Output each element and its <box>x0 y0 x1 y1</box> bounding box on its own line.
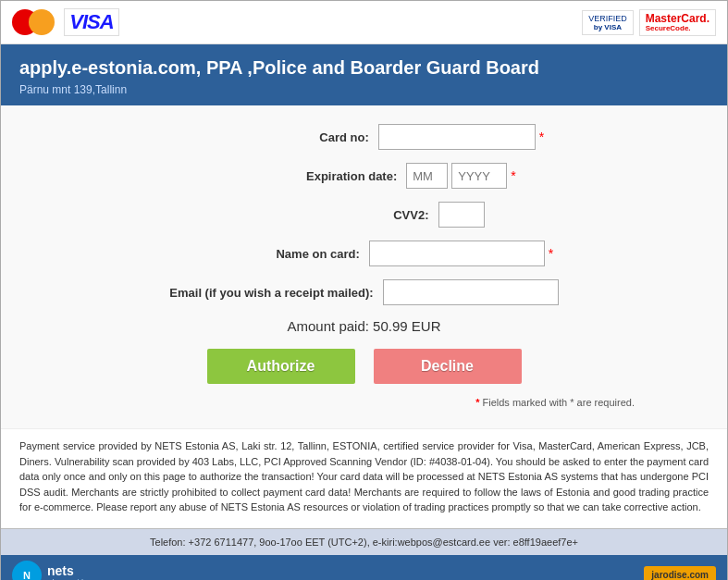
mastercard-securecode-badge: MasterCard. SecureCode. <box>639 9 716 36</box>
banner-title: apply.e-estonia.com, PPA ,Police and Boa… <box>19 56 709 80</box>
required-note: * Fields marked with * are required. <box>38 397 690 408</box>
name-on-card-row: Name on card: * <box>38 241 690 266</box>
mc-circle-yellow <box>29 9 55 35</box>
banner: apply.e-estonia.com, PPA ,Police and Boa… <box>1 44 727 105</box>
expiration-year-input[interactable] <box>451 163 507 189</box>
footer: Telefon: +372 6711477, 9oo-17oo EET (UTC… <box>1 528 727 555</box>
email-input[interactable] <box>383 279 559 305</box>
verified-by-visa-badge: VERIFIED by VISA <box>582 10 634 35</box>
action-buttons: Authorize Decline <box>38 349 690 384</box>
bottom-bar: N nets There with you jarodise.com <box>1 555 727 581</box>
nets-name: nets <box>47 563 102 578</box>
nets-brand: nets There with you <box>47 563 102 581</box>
security-logos: VERIFIED by VISA MasterCard. SecureCode. <box>582 9 716 36</box>
disclaimer-text: Payment service provided by NETS Estonia… <box>1 428 727 528</box>
expiration-date-label: Expiration date: <box>212 169 406 183</box>
email-label: Email (if you wish a receipt mailed): <box>169 286 382 300</box>
footer-contact: Telefon: +372 6711477, 9oo-17oo EET (UTC… <box>150 537 578 548</box>
card-no-row: Card no: * <box>38 124 690 150</box>
expiration-required-star: * <box>511 168 515 183</box>
mastercard-logo <box>12 9 55 35</box>
visa-text: VISA <box>69 10 113 34</box>
by-visa-text: by VISA <box>594 23 622 31</box>
nets-icon: N <box>12 561 42 581</box>
authorize-button[interactable]: Authorize <box>207 349 355 384</box>
payment-form: Card no: * Expiration date: * CVV2: Name… <box>1 105 727 428</box>
cvv2-input[interactable] <box>438 202 485 228</box>
cvv2-row: CVV2: <box>38 202 690 228</box>
visa-logo: VISA <box>64 8 119 36</box>
verified-text: VERIFIED <box>588 14 627 23</box>
mastercard-secure-line1: MasterCard. <box>646 13 709 24</box>
name-on-card-input[interactable] <box>369 241 545 266</box>
name-on-card-label: Name on card: <box>175 247 369 261</box>
header: VISA VERIFIED by VISA MasterCard. Secure… <box>1 1 727 44</box>
email-row: Email (if you wish a receipt mailed): <box>38 279 690 305</box>
amount-display: Amount paid: 50.99 EUR <box>38 318 690 334</box>
expiration-month-input[interactable] <box>406 163 448 189</box>
mastercard-secure-line2: SecureCode. <box>646 24 691 32</box>
cvv2-label: CVV2: <box>244 208 438 222</box>
required-star-note: * <box>475 397 479 408</box>
nets-logo: N nets There with you <box>12 561 102 581</box>
name-required-star: * <box>549 246 553 261</box>
required-note-text: Fields marked with * are required. <box>483 397 635 408</box>
header-left-logos: VISA <box>12 8 119 36</box>
card-no-label: Card no: <box>184 130 378 144</box>
card-no-input[interactable] <box>378 124 536 150</box>
banner-address: Pärnu mnt 139,Tallinn <box>19 83 709 96</box>
card-no-required-star: * <box>539 130 544 144</box>
expiration-date-row: Expiration date: * <box>38 163 690 189</box>
decline-button[interactable]: Decline <box>374 349 522 384</box>
jarodise-badge: jarodise.com <box>644 566 716 580</box>
